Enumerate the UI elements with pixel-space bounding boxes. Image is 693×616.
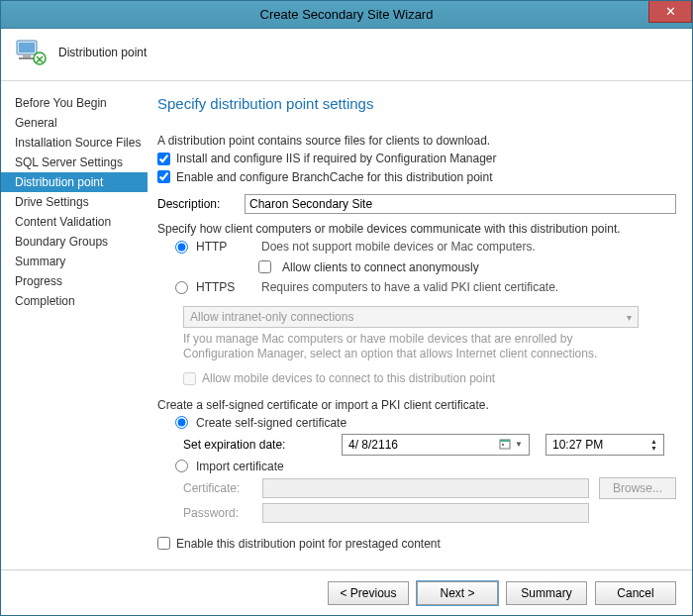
sidebar-item-drive-settings[interactable]: Drive Settings	[1, 192, 148, 212]
expiration-date-field[interactable]: 4/ 8/2116 ▼	[342, 434, 530, 456]
wizard-window: Create Secondary Site Wizard ✕ Distribut…	[0, 0, 693, 616]
branchcache-checkbox[interactable]	[157, 170, 170, 183]
svg-rect-7	[502, 444, 504, 446]
prestaged-checkbox-label: Enable this distribution point for prest…	[176, 537, 441, 551]
sidebar-item-sql-server-settings[interactable]: SQL Server Settings	[1, 153, 148, 172]
branchcache-checkbox-label: Enable and configure BranchCache for thi…	[176, 170, 493, 184]
wizard-header: Distribution point	[1, 29, 692, 81]
anonymous-checkbox[interactable]	[258, 260, 271, 273]
sidebar-item-progress[interactable]: Progress	[1, 271, 148, 291]
svg-rect-1	[19, 43, 35, 52]
close-icon: ✕	[665, 4, 676, 19]
cancel-button[interactable]: Cancel	[595, 581, 676, 605]
calendar-icon	[499, 438, 511, 452]
intro-text: A distribution point contains source fil…	[157, 134, 676, 148]
protocol-intro: Specify how client computers or mobile d…	[157, 222, 676, 236]
connections-note: If you manage Mac computers or have mobi…	[183, 332, 639, 361]
expiration-time-value: 10:27 PM	[552, 438, 603, 452]
expiration-date-value: 4/ 8/2116	[348, 438, 398, 452]
wizard-footer: < Previous Next > Summary Cancel	[1, 569, 692, 615]
title-bar: Create Secondary Site Wizard ✕	[1, 1, 692, 29]
expiration-label: Set expiration date:	[183, 438, 332, 452]
svg-rect-3	[19, 57, 35, 59]
anonymous-checkbox-label: Allow clients to connect anonymously	[282, 260, 479, 274]
prestaged-checkbox[interactable]	[157, 537, 170, 550]
sidebar-item-content-validation[interactable]: Content Validation	[1, 212, 148, 232]
close-button[interactable]: ✕	[648, 1, 692, 23]
previous-button[interactable]: < Previous	[328, 581, 409, 605]
import-cert-radio[interactable]	[175, 460, 188, 472]
self-signed-radio[interactable]	[175, 416, 188, 429]
wizard-body: Before You Begin General Installation So…	[1, 81, 692, 615]
iis-checkbox-label: Install and configure IIS if required by…	[176, 152, 497, 165]
https-label: HTTPS	[196, 280, 253, 294]
distribution-point-icon	[13, 35, 49, 70]
sidebar-item-boundary-groups[interactable]: Boundary Groups	[1, 232, 148, 252]
cert-intro: Create a self-signed certificate or impo…	[157, 398, 676, 412]
svg-rect-6	[500, 440, 510, 442]
sidebar-item-summary[interactable]: Summary	[1, 252, 148, 271]
browse-button: Browse...	[599, 477, 676, 499]
next-button[interactable]: Next >	[417, 581, 498, 605]
sidebar: Before You Begin General Installation So…	[1, 81, 148, 615]
spinner-icon: ▲▼	[650, 438, 657, 452]
sidebar-item-before-you-begin[interactable]: Before You Begin	[1, 93, 148, 113]
connections-combobox: Allow intranet-only connections ▾	[183, 306, 639, 328]
http-label: HTTP	[196, 240, 253, 254]
description-input[interactable]	[245, 194, 676, 214]
sidebar-item-completion[interactable]: Completion	[1, 291, 148, 311]
certificate-password-input	[262, 503, 589, 523]
import-cert-label: Import certificate	[196, 460, 284, 473]
certificate-file-label: Certificate:	[183, 481, 252, 495]
sidebar-item-general[interactable]: General	[1, 113, 148, 133]
expiration-time-field[interactable]: 10:27 PM ▲▼	[545, 434, 664, 456]
mobile-connect-checkbox	[183, 372, 196, 385]
chevron-down-icon: ▼	[515, 440, 523, 449]
http-radio[interactable]	[175, 241, 188, 254]
svg-rect-2	[23, 54, 31, 57]
http-hint: Does not support mobile devices or Mac c…	[261, 240, 536, 254]
sidebar-item-installation-source-files[interactable]: Installation Source Files	[1, 133, 148, 153]
connections-combobox-value: Allow intranet-only connections	[190, 310, 353, 324]
main-panel: Specify distribution point settings A di…	[148, 81, 692, 615]
sidebar-item-distribution-point[interactable]: Distribution point	[1, 172, 148, 192]
certificate-password-label: Password:	[183, 506, 252, 520]
page-title: Distribution point	[58, 46, 147, 59]
summary-button[interactable]: Summary	[506, 581, 587, 605]
page-heading: Specify distribution point settings	[157, 95, 676, 112]
self-signed-label: Create self-signed certificate	[196, 416, 346, 430]
certificate-file-input	[262, 478, 589, 498]
iis-checkbox[interactable]	[157, 153, 170, 165]
chevron-down-icon: ▾	[627, 312, 632, 323]
mobile-connect-checkbox-label: Allow mobile devices to connect to this …	[202, 371, 495, 385]
description-label: Description:	[157, 197, 237, 211]
https-radio[interactable]	[175, 281, 188, 294]
window-title: Create Secondary Site Wizard	[260, 7, 434, 22]
https-hint: Requires computers to have a valid PKI c…	[261, 280, 558, 294]
